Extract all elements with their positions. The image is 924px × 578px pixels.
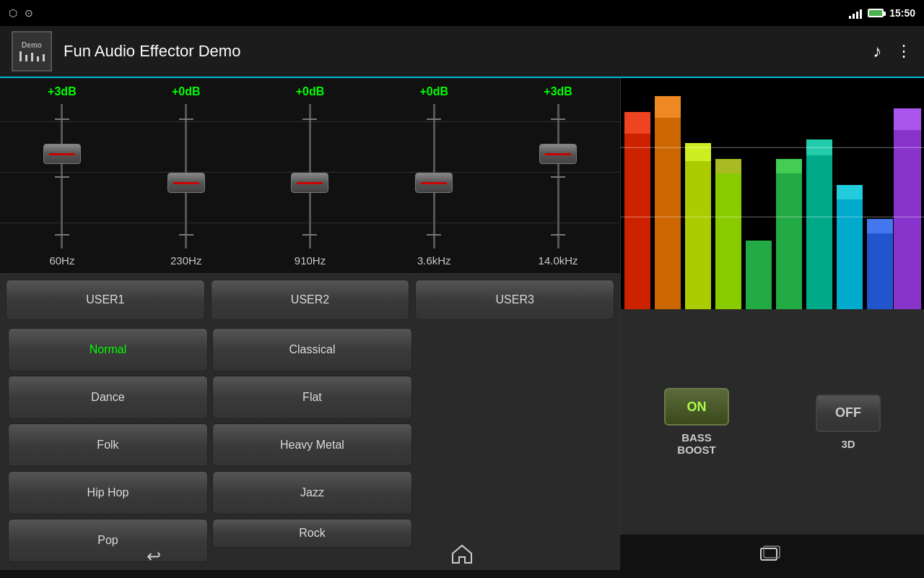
eq-slider-track-14khz[interactable] <box>496 104 620 249</box>
eq-track-910hz <box>309 104 311 249</box>
home-icon <box>451 544 473 569</box>
vis-hline-1 <box>621 147 924 148</box>
preset-area: USER1 USER2 USER3 Normal Classical Dance… <box>0 274 620 570</box>
fader-1 <box>19 51 22 61</box>
preset-user2-button[interactable]: USER2 <box>211 280 410 320</box>
recents-button[interactable] <box>741 542 799 571</box>
eq-handle-line-14khz <box>545 153 571 155</box>
back-button[interactable]: ↩ <box>125 542 183 571</box>
eq-band-910hz: +0dB 910Hz <box>248 85 372 267</box>
eq-freq-label-230hz: 230Hz <box>170 254 201 267</box>
svg-rect-3 <box>715 159 741 309</box>
eq-tick-top-60hz <box>55 118 69 120</box>
eq-handle-3k6hz[interactable] <box>415 173 453 193</box>
preset-normal-button[interactable]: Normal <box>8 328 208 371</box>
eq-slider-track-230hz[interactable] <box>124 104 248 249</box>
recents-icon <box>759 545 781 567</box>
eq-db-3k6hz: +0dB <box>420 85 449 98</box>
preset-flat-button[interactable]: Flat <box>212 376 412 419</box>
app-icon-label: Demo <box>22 41 42 49</box>
eq-track-3k6hz <box>433 104 435 249</box>
sync-icon: ⊙ <box>25 7 33 19</box>
preset-folk-button[interactable]: Folk <box>8 423 208 467</box>
svg-rect-5 <box>776 159 802 309</box>
svg-rect-7 <box>837 185 863 309</box>
app-bar-actions: ♪ ⋮ <box>873 41 912 61</box>
svg-rect-4 <box>746 241 772 309</box>
eq-sliders: +3dB 60Hz +0dB <box>0 78 620 274</box>
eq-freq-label-910hz: 910Hz <box>295 254 326 267</box>
svg-rect-0 <box>624 112 650 309</box>
eq-track-14khz <box>557 104 559 249</box>
svg-rect-9 <box>894 108 921 309</box>
genre-presets: Normal Classical Dance Flat Folk Heavy M… <box>6 326 614 564</box>
bass-boost-label: BASSBOOST <box>677 431 715 456</box>
eq-db-230hz: +0dB <box>172 85 201 98</box>
eq-tick-bot-230hz <box>179 234 193 236</box>
eq-handle-230hz[interactable] <box>167 173 205 193</box>
notification-icon: ⬡ <box>9 7 17 19</box>
eq-tick-top-14khz <box>551 118 565 120</box>
home-button[interactable] <box>433 542 491 571</box>
signal-bar-4 <box>860 9 862 19</box>
eq-freq-label-3k6hz: 3.6kHz <box>417 254 451 267</box>
preset-dance-button[interactable]: Dance <box>8 376 208 419</box>
preset-hiphop-button[interactable]: Hip Hop <box>8 471 208 514</box>
svg-rect-13 <box>715 159 741 173</box>
visualizer <box>621 78 924 309</box>
eq-tick-bot-14khz <box>551 234 565 236</box>
svg-rect-6 <box>806 139 832 309</box>
fader-3 <box>31 53 33 61</box>
eq-tick-mid-14khz <box>551 176 565 178</box>
eq-handle-60hz[interactable] <box>43 144 81 164</box>
svg-rect-11 <box>655 96 681 118</box>
user-presets: USER1 USER2 USER3 <box>6 280 614 320</box>
preset-user1-button[interactable]: USER1 <box>6 280 205 320</box>
visualizer-canvas <box>621 78 924 309</box>
signal-bar-1 <box>849 16 851 19</box>
eq-band-14khz: +3dB 14.0kHz <box>496 85 620 267</box>
preset-jazz-button[interactable]: Jazz <box>212 471 412 514</box>
eq-track-60hz <box>61 104 63 249</box>
3d-effect-button[interactable]: OFF <box>816 394 881 432</box>
bass-boost-control: ON BASSBOOST <box>664 388 729 456</box>
preset-heavymetal-button[interactable]: Heavy Metal <box>212 423 412 467</box>
svg-rect-10 <box>624 112 650 134</box>
eq-freq-label-14khz: 14.0kHz <box>539 254 578 267</box>
svg-rect-16 <box>837 185 863 199</box>
status-right: 15:50 <box>849 7 915 19</box>
preset-user3-button[interactable]: USER3 <box>415 280 614 320</box>
eq-handle-910hz[interactable] <box>291 173 328 193</box>
eq-handle-14khz[interactable] <box>539 144 577 164</box>
preset-rock-button[interactable]: Rock <box>212 519 412 548</box>
eq-db-14khz: +3dB <box>544 85 572 98</box>
bass-boost-button[interactable]: ON <box>664 388 729 426</box>
eq-handle-line-910hz <box>297 182 323 184</box>
eq-slider-track-910hz[interactable] <box>248 104 372 249</box>
right-panel: ON BASSBOOST OFF 3D <box>621 78 924 535</box>
eq-tick-top-910hz <box>302 118 317 120</box>
eq-band-230hz: +0dB 230Hz <box>124 85 248 267</box>
eq-freq-label-60hz: 60Hz <box>49 254 74 267</box>
overflow-menu-icon[interactable]: ⋮ <box>896 42 912 61</box>
3d-effect-label: 3D <box>841 438 855 450</box>
signal-bars <box>849 7 862 19</box>
battery-icon <box>868 9 884 17</box>
app-icon: Demo <box>12 31 52 72</box>
music-icon[interactable]: ♪ <box>873 41 881 61</box>
eq-band-3k6hz: +0dB 3.6kHz <box>372 85 496 267</box>
eq-slider-track-60hz[interactable] <box>0 104 124 249</box>
eq-tick-top-3k6hz <box>427 118 441 120</box>
eq-slider-track-3k6hz[interactable] <box>372 104 496 249</box>
eq-band-60hz: +3dB 60Hz <box>0 85 124 267</box>
fader-icon <box>19 51 45 61</box>
eq-gridline-4 <box>0 273 620 274</box>
svg-rect-17 <box>867 219 893 233</box>
eq-db-910hz: +0dB <box>296 85 325 98</box>
app-bar: Demo Fun Audio Effector Demo ♪ ⋮ <box>0 26 924 78</box>
preset-classical-button[interactable]: Classical <box>212 328 412 371</box>
eq-panel: +3dB 60Hz +0dB <box>0 78 621 535</box>
eq-track-230hz <box>185 104 187 249</box>
fader-4 <box>37 56 39 61</box>
status-left: ⬡ ⊙ <box>9 7 33 19</box>
